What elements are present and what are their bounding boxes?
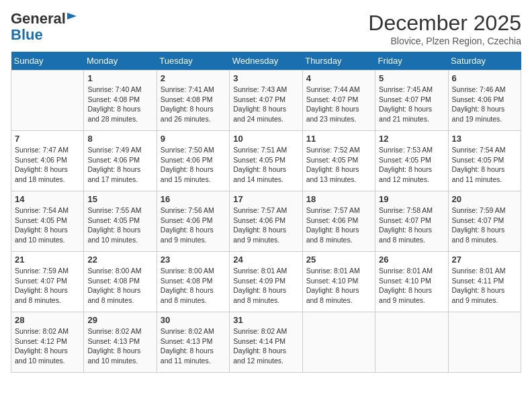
day-info: Sunrise: 7:46 AMSunset: 4:06 PMDaylight:…	[452, 85, 517, 124]
day-info: Sunrise: 7:43 AMSunset: 4:07 PMDaylight:…	[233, 85, 298, 124]
day-info: Sunrise: 8:02 AMSunset: 4:13 PMDaylight:…	[87, 326, 152, 366]
day-number: 24	[233, 255, 298, 265]
weekday-header-thursday: Thursday	[302, 52, 375, 71]
weekday-header-monday: Monday	[84, 52, 157, 71]
day-info: Sunrise: 8:01 AMSunset: 4:11 PMDaylight:…	[452, 266, 517, 306]
weekday-header-wednesday: Wednesday	[230, 52, 302, 71]
week-row-5: 28Sunrise: 8:02 AMSunset: 4:12 PMDayligh…	[11, 312, 521, 373]
day-number: 31	[233, 315, 298, 325]
page-header: General Blue December 2025 Blovice, Plze…	[11, 11, 521, 46]
day-number: 18	[306, 194, 371, 204]
week-row-3: 14Sunrise: 7:54 AMSunset: 4:05 PMDayligh…	[11, 191, 521, 252]
weekday-header-friday: Friday	[375, 52, 448, 71]
day-info: Sunrise: 7:45 AMSunset: 4:07 PMDaylight:…	[379, 85, 444, 124]
day-number: 8	[87, 134, 152, 144]
day-number: 30	[161, 315, 226, 325]
logo-blue-text: Blue	[11, 27, 43, 43]
day-number: 4	[306, 73, 371, 83]
day-number: 29	[87, 315, 152, 325]
day-number: 27	[452, 255, 517, 265]
calendar-cell: 15Sunrise: 7:55 AMSunset: 4:05 PMDayligh…	[84, 191, 157, 252]
day-info: Sunrise: 7:44 AMSunset: 4:07 PMDaylight:…	[306, 85, 371, 124]
day-info: Sunrise: 8:02 AMSunset: 4:14 PMDaylight:…	[233, 326, 298, 366]
calendar-cell: 19Sunrise: 7:58 AMSunset: 4:07 PMDayligh…	[375, 191, 448, 252]
calendar-cell: 13Sunrise: 7:54 AMSunset: 4:05 PMDayligh…	[448, 131, 521, 191]
day-number: 7	[15, 134, 80, 144]
calendar-cell: 7Sunrise: 7:47 AMSunset: 4:06 PMDaylight…	[11, 131, 84, 191]
day-info: Sunrise: 7:53 AMSunset: 4:05 PMDaylight:…	[379, 145, 444, 185]
day-number: 26	[379, 255, 444, 265]
day-info: Sunrise: 8:00 AMSunset: 4:08 PMDaylight:…	[161, 266, 226, 306]
day-info: Sunrise: 7:47 AMSunset: 4:06 PMDaylight:…	[15, 145, 80, 185]
day-info: Sunrise: 7:49 AMSunset: 4:06 PMDaylight:…	[87, 145, 152, 185]
calendar-cell: 3Sunrise: 7:43 AMSunset: 4:07 PMDaylight…	[230, 71, 302, 131]
week-row-2: 7Sunrise: 7:47 AMSunset: 4:06 PMDaylight…	[11, 131, 521, 191]
day-info: Sunrise: 7:58 AMSunset: 4:07 PMDaylight:…	[379, 205, 444, 245]
day-info: Sunrise: 8:01 AMSunset: 4:10 PMDaylight:…	[306, 266, 371, 306]
day-number: 14	[15, 194, 80, 204]
day-info: Sunrise: 7:54 AMSunset: 4:05 PMDaylight:…	[15, 205, 80, 245]
day-number: 16	[161, 194, 226, 204]
calendar-cell: 17Sunrise: 7:57 AMSunset: 4:06 PMDayligh…	[230, 191, 302, 252]
day-number: 9	[161, 134, 226, 144]
calendar-cell: 20Sunrise: 7:59 AMSunset: 4:07 PMDayligh…	[448, 191, 521, 252]
day-info: Sunrise: 7:55 AMSunset: 4:05 PMDaylight:…	[87, 205, 152, 245]
calendar-cell: 14Sunrise: 7:54 AMSunset: 4:05 PMDayligh…	[11, 191, 84, 252]
svg-marker-0	[67, 13, 77, 19]
week-row-4: 21Sunrise: 7:59 AMSunset: 4:07 PMDayligh…	[11, 252, 521, 312]
weekday-header-sunday: Sunday	[11, 52, 84, 71]
calendar-cell: 16Sunrise: 7:56 AMSunset: 4:06 PMDayligh…	[157, 191, 229, 252]
day-number: 15	[87, 194, 152, 204]
calendar-cell: 5Sunrise: 7:45 AMSunset: 4:07 PMDaylight…	[375, 71, 448, 131]
calendar-cell	[11, 71, 84, 131]
day-number: 1	[87, 73, 152, 83]
weekday-header-saturday: Saturday	[448, 52, 521, 71]
calendar-cell: 10Sunrise: 7:51 AMSunset: 4:05 PMDayligh…	[230, 131, 302, 191]
calendar-cell: 21Sunrise: 7:59 AMSunset: 4:07 PMDayligh…	[11, 252, 84, 312]
month-title: December 2025	[368, 11, 521, 36]
day-info: Sunrise: 8:02 AMSunset: 4:12 PMDaylight:…	[15, 326, 80, 366]
day-info: Sunrise: 7:57 AMSunset: 4:06 PMDaylight:…	[306, 205, 371, 245]
calendar-cell: 30Sunrise: 8:02 AMSunset: 4:13 PMDayligh…	[157, 312, 229, 373]
day-info: Sunrise: 8:01 AMSunset: 4:10 PMDaylight:…	[379, 266, 444, 306]
day-info: Sunrise: 7:51 AMSunset: 4:05 PMDaylight:…	[233, 145, 298, 185]
calendar-cell: 18Sunrise: 7:57 AMSunset: 4:06 PMDayligh…	[302, 191, 375, 252]
calendar-cell: 9Sunrise: 7:50 AMSunset: 4:06 PMDaylight…	[157, 131, 229, 191]
day-number: 2	[161, 73, 226, 83]
calendar-cell	[375, 312, 448, 373]
day-info: Sunrise: 7:57 AMSunset: 4:06 PMDaylight:…	[233, 205, 298, 245]
calendar-cell: 24Sunrise: 8:01 AMSunset: 4:09 PMDayligh…	[230, 252, 302, 312]
calendar-cell: 12Sunrise: 7:53 AMSunset: 4:05 PMDayligh…	[375, 131, 448, 191]
calendar-cell: 4Sunrise: 7:44 AMSunset: 4:07 PMDaylight…	[302, 71, 375, 131]
day-info: Sunrise: 7:52 AMSunset: 4:05 PMDaylight:…	[306, 145, 371, 185]
day-number: 19	[379, 194, 444, 204]
day-info: Sunrise: 8:00 AMSunset: 4:08 PMDaylight:…	[87, 266, 152, 306]
calendar-cell: 25Sunrise: 8:01 AMSunset: 4:10 PMDayligh…	[302, 252, 375, 312]
calendar-cell: 27Sunrise: 8:01 AMSunset: 4:11 PMDayligh…	[448, 252, 521, 312]
day-info: Sunrise: 7:56 AMSunset: 4:06 PMDaylight:…	[161, 205, 226, 245]
day-number: 10	[233, 134, 298, 144]
day-number: 28	[15, 315, 80, 325]
day-number: 12	[379, 134, 444, 144]
day-number: 5	[379, 73, 444, 83]
calendar-cell: 2Sunrise: 7:41 AMSunset: 4:08 PMDaylight…	[157, 71, 229, 131]
location: Blovice, Plzen Region, Czechia	[368, 36, 521, 46]
day-number: 21	[15, 255, 80, 265]
day-number: 6	[452, 73, 517, 83]
day-number: 17	[233, 194, 298, 204]
day-info: Sunrise: 7:50 AMSunset: 4:06 PMDaylight:…	[161, 145, 226, 185]
calendar-cell: 6Sunrise: 7:46 AMSunset: 4:06 PMDaylight…	[448, 71, 521, 131]
title-section: December 2025 Blovice, Plzen Region, Cze…	[368, 11, 521, 46]
weekday-header-tuesday: Tuesday	[157, 52, 229, 71]
day-number: 13	[452, 134, 517, 144]
day-number: 25	[306, 255, 371, 265]
calendar-cell: 8Sunrise: 7:49 AMSunset: 4:06 PMDaylight…	[84, 131, 157, 191]
calendar-cell: 11Sunrise: 7:52 AMSunset: 4:05 PMDayligh…	[302, 131, 375, 191]
day-info: Sunrise: 8:01 AMSunset: 4:09 PMDaylight:…	[233, 266, 298, 306]
day-info: Sunrise: 7:59 AMSunset: 4:07 PMDaylight:…	[15, 266, 80, 306]
calendar-table: SundayMondayTuesdayWednesdayThursdayFrid…	[11, 52, 521, 373]
day-info: Sunrise: 7:54 AMSunset: 4:05 PMDaylight:…	[452, 145, 517, 185]
weekday-header-row: SundayMondayTuesdayWednesdayThursdayFrid…	[11, 52, 521, 71]
day-number: 22	[87, 255, 152, 265]
calendar-cell: 1Sunrise: 7:40 AMSunset: 4:08 PMDaylight…	[84, 71, 157, 131]
